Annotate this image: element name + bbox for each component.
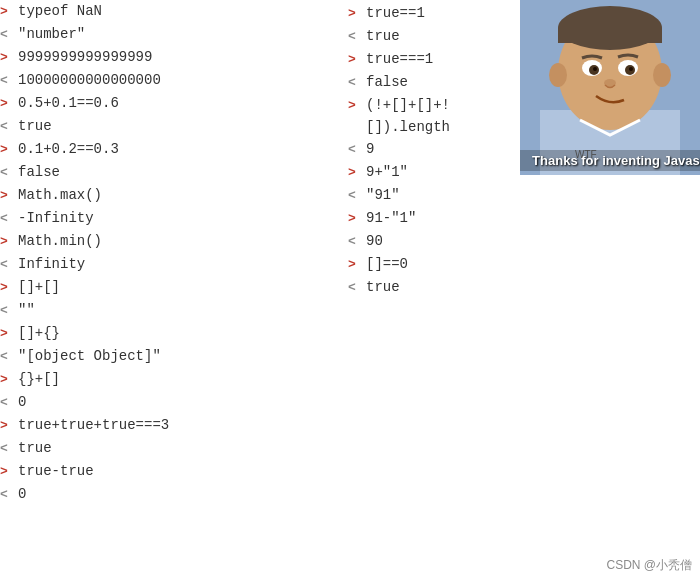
code-line: <"91" xyxy=(348,184,512,207)
output-arrow: < xyxy=(348,139,364,161)
code-text: 0.1+0.2==0.3 xyxy=(18,138,119,160)
code-line: >9999999999999999 xyxy=(0,46,340,69)
right-lines-after xyxy=(340,301,700,305)
output-arrow: < xyxy=(0,484,16,506)
code-line: >typeof NaN xyxy=(0,0,340,23)
code-line: <0 xyxy=(0,483,340,506)
right-lines: >true==1<true>true===1<false>(!+[]+[]+![… xyxy=(340,0,520,301)
code-text: Infinity xyxy=(18,253,85,275)
code-text: 0 xyxy=(18,483,26,505)
output-arrow: < xyxy=(348,185,364,207)
code-text: "" xyxy=(18,299,35,321)
code-text: 91-"1" xyxy=(366,207,416,229)
input-arrow: > xyxy=(0,185,16,207)
code-text: 9+"1" xyxy=(366,161,408,183)
code-text: typeof NaN xyxy=(18,0,102,22)
watermark: CSDN @小秃僧 xyxy=(606,557,692,574)
code-line: >0.1+0.2==0.3 xyxy=(0,138,340,161)
code-line: <-Infinity xyxy=(0,207,340,230)
code-text: true xyxy=(18,437,52,459)
code-line: <false xyxy=(348,71,512,94)
output-arrow: < xyxy=(0,24,16,46)
output-arrow: < xyxy=(0,392,16,414)
code-line: >true===1 xyxy=(348,48,512,71)
code-line: <10000000000000000 xyxy=(0,69,340,92)
code-text: []+[] xyxy=(18,276,60,298)
code-text: 0 xyxy=(18,391,26,413)
input-arrow: > xyxy=(0,139,16,161)
svg-point-13 xyxy=(629,67,633,71)
code-line: >[]==0 xyxy=(348,253,512,276)
code-text: (!+[]+[]+![]).length xyxy=(366,94,512,138)
code-line: <"" xyxy=(0,299,340,322)
code-line: >[]+[] xyxy=(0,276,340,299)
output-arrow: < xyxy=(0,438,16,460)
input-arrow: > xyxy=(0,93,16,115)
output-arrow: < xyxy=(0,208,16,230)
code-text: 9999999999999999 xyxy=(18,46,152,68)
code-text: 9 xyxy=(366,138,374,160)
input-arrow: > xyxy=(0,323,16,345)
code-line: >{}+[] xyxy=(0,368,340,391)
output-arrow: < xyxy=(0,346,16,368)
code-text: 90 xyxy=(366,230,383,252)
code-text: true==1 xyxy=(366,2,425,24)
svg-rect-5 xyxy=(558,28,662,43)
input-arrow: > xyxy=(0,1,16,23)
output-arrow: < xyxy=(0,70,16,92)
code-text: true xyxy=(366,276,400,298)
code-text: "[object Object]" xyxy=(18,345,161,367)
code-line: <Infinity xyxy=(0,253,340,276)
code-text: "91" xyxy=(366,184,400,206)
code-line: >0.5+0.1==0.6 xyxy=(0,92,340,115)
input-arrow: > xyxy=(348,162,364,184)
code-line: >91-"1" xyxy=(348,207,512,230)
output-arrow: < xyxy=(0,116,16,138)
code-line: <false xyxy=(0,161,340,184)
left-column: >typeof NaN<"number">9999999999999999<10… xyxy=(0,0,340,506)
code-line: >[]+{} xyxy=(0,322,340,345)
code-line: >true+true+true===3 xyxy=(0,414,340,437)
svg-point-6 xyxy=(549,63,567,87)
input-arrow: > xyxy=(0,231,16,253)
right-column: >true==1<true>true===1<false>(!+[]+[]+![… xyxy=(340,0,700,506)
input-arrow: > xyxy=(0,461,16,483)
code-text: true xyxy=(366,25,400,47)
code-text: Math.max() xyxy=(18,184,102,206)
input-arrow: > xyxy=(0,277,16,299)
code-line: <"[object Object]" xyxy=(0,345,340,368)
code-line: <90 xyxy=(348,230,512,253)
meme-box: WTF Thanks for inventing Javascript xyxy=(520,0,700,175)
input-arrow: > xyxy=(348,49,364,71)
input-arrow: > xyxy=(348,3,364,25)
meme-image: WTF xyxy=(520,0,700,175)
input-arrow: > xyxy=(0,415,16,437)
meme-caption: Thanks for inventing Javascript xyxy=(520,150,700,171)
input-arrow: > xyxy=(348,208,364,230)
output-arrow: < xyxy=(348,277,364,299)
code-text: 10000000000000000 xyxy=(18,69,161,91)
output-arrow: < xyxy=(0,162,16,184)
svg-point-7 xyxy=(653,63,671,87)
code-text: []==0 xyxy=(366,253,408,275)
right-top: >true==1<true>true===1<false>(!+[]+[]+![… xyxy=(340,0,700,301)
code-line: >(!+[]+[]+![]).length xyxy=(348,94,512,138)
code-line: <true xyxy=(348,276,512,299)
code-line: <true xyxy=(348,25,512,48)
output-arrow: < xyxy=(0,254,16,276)
code-line: <true xyxy=(0,115,340,138)
code-text: false xyxy=(366,71,408,93)
output-arrow: < xyxy=(348,72,364,94)
code-text: Math.min() xyxy=(18,230,102,252)
code-line: >Math.min() xyxy=(0,230,340,253)
code-line: >true==1 xyxy=(348,2,512,25)
code-text: {}+[] xyxy=(18,368,60,390)
svg-point-12 xyxy=(593,67,597,71)
code-line: >Math.max() xyxy=(0,184,340,207)
code-line: <9 xyxy=(348,138,512,161)
code-text: "number" xyxy=(18,23,85,45)
code-text: false xyxy=(18,161,60,183)
code-text: 0.5+0.1==0.6 xyxy=(18,92,119,114)
code-line: >9+"1" xyxy=(348,161,512,184)
code-text: true xyxy=(18,115,52,137)
